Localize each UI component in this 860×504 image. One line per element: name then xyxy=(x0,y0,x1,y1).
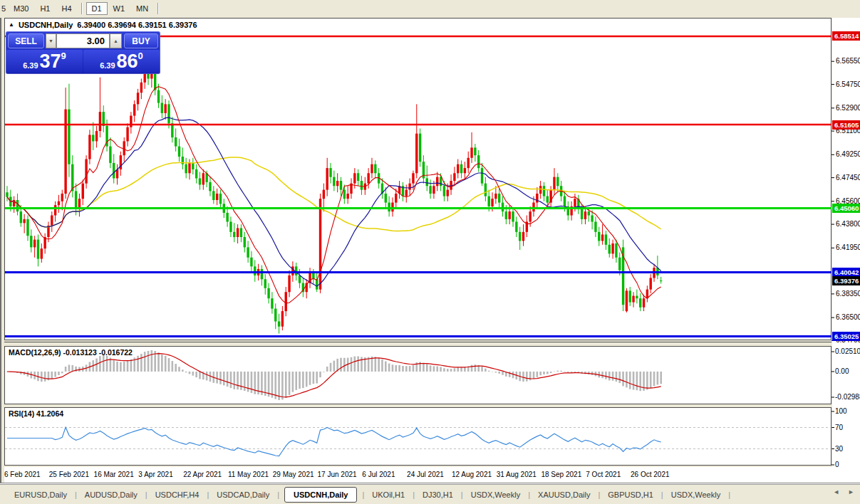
date-axis-label: 7 Oct 2021 xyxy=(586,471,621,478)
trading-terminal: 5M30H1H4D1W1MN ▲ USDCNH,Daily 6.39400 6.… xyxy=(0,0,860,504)
toolbar-timeframe-w1[interactable]: W1 xyxy=(108,2,131,15)
price-tick-label: 6.54750 xyxy=(836,80,860,89)
tab-eurusd-daily[interactable]: EURUSD,Daily xyxy=(11,488,70,502)
tab-separator: | xyxy=(661,490,663,499)
sell-price-quote[interactable]: 6.39 37 9 xyxy=(6,50,83,73)
macd-axis-label: 0.00 xyxy=(835,367,860,376)
tab-scroll-left-icon[interactable]: ◄ xyxy=(833,488,839,495)
date-axis-label: 3 Apr 2021 xyxy=(138,471,172,478)
rsi-name: RSI(14) xyxy=(9,409,34,418)
macd-series xyxy=(6,350,662,400)
horizontal-level-lines[interactable] xyxy=(5,36,831,337)
price-tick-label: 6.56550 xyxy=(836,57,860,65)
current-price-badge: 6.39376 xyxy=(832,276,860,285)
tab-usdcad-daily[interactable]: USDCAD,Daily xyxy=(214,488,272,502)
price-tick-label: 6.36500 xyxy=(836,313,860,322)
rsi-value: 41.2064 xyxy=(36,409,63,418)
price-tick-label: 6.38350 xyxy=(836,290,860,298)
price-level-badge: 6.58514 xyxy=(832,31,860,41)
tab-separator: | xyxy=(528,490,530,499)
window-left-border xyxy=(0,18,1,483)
date-axis-label: 26 Oct 2021 xyxy=(631,471,669,478)
volume-increase-button[interactable]: ▲ xyxy=(110,33,122,48)
collapse-chart-icon[interactable]: ▲ xyxy=(9,22,14,28)
rsi-axis-label: 0 xyxy=(835,461,860,469)
buy-price-prefix: 6.39 xyxy=(100,61,115,70)
tab-usdcnh-daily[interactable]: USDCNH,Daily xyxy=(284,487,357,503)
price-level-badge: 6.45060 xyxy=(832,204,860,213)
tab-separator: | xyxy=(277,490,279,499)
tab-scroll-right-icon[interactable]: ► xyxy=(848,488,854,495)
chart-title: ▲ USDCNH,Daily 6.39400 6.39694 6.39151 6… xyxy=(9,21,197,29)
tab-separator: | xyxy=(413,490,415,499)
sell-price-pip: 9 xyxy=(61,51,66,61)
volume-input[interactable] xyxy=(56,33,110,48)
tab-usdx-weekly-2[interactable]: USDX,Weekly xyxy=(668,488,723,502)
tab-separator: | xyxy=(207,490,209,499)
date-axis-label: 6 Jul 2021 xyxy=(362,471,395,478)
volume-decrease-button[interactable]: ▼ xyxy=(46,33,56,48)
tab-gbpusd-h1[interactable]: GBPUSD,H1 xyxy=(605,488,656,502)
macd-name: MACD(12,26,9) xyxy=(9,348,61,357)
tab-separator: | xyxy=(75,490,77,499)
date-axis-label: 17 Jun 2021 xyxy=(318,471,357,478)
macd-title: MACD(12,26,9) -0.013123 -0.016722 xyxy=(9,348,133,357)
sell-button[interactable]: SELL xyxy=(8,33,44,48)
macd-axis-label: -0.029880 xyxy=(835,393,860,401)
toolbar-timeframe-h4[interactable]: H4 xyxy=(56,2,77,15)
toolbar-timeframe-5[interactable]: 5 xyxy=(0,2,8,15)
tab-separator: | xyxy=(145,490,147,499)
rsi-axis-label: 30 xyxy=(835,445,860,453)
macd-axis-label: 0.025108 xyxy=(835,347,860,356)
toolbar-timeframe-d1[interactable]: D1 xyxy=(86,2,108,15)
price-tick-label: 6.43800 xyxy=(836,220,860,229)
toolbar-separator xyxy=(81,3,83,14)
chart-ohlc-values: 6.39400 6.39694 6.39151 6.39376 xyxy=(77,21,197,29)
tab-scroll-controls: ◄ ► xyxy=(833,488,854,495)
tab-usdx-weekly[interactable]: USDX,Weekly xyxy=(468,488,523,502)
tab-xauusd-daily[interactable]: XAUUSD,Daily xyxy=(535,488,593,502)
price-chart-canvas[interactable] xyxy=(4,18,860,483)
buy-button[interactable]: BUY xyxy=(124,33,158,48)
date-axis-label: 22 Apr 2021 xyxy=(183,471,222,478)
candlestick-series xyxy=(6,61,662,333)
tab-separator: | xyxy=(598,490,600,499)
date-axis-label: 16 Mar 2021 xyxy=(94,471,134,478)
tab-separator: | xyxy=(461,490,463,499)
toolbar-timeframe-mn[interactable]: MN xyxy=(130,2,154,15)
price-level-badge: 6.35025 xyxy=(832,332,860,341)
sell-price-main: 37 xyxy=(40,53,61,71)
sell-price-prefix: 6.39 xyxy=(23,61,38,70)
price-tick-label: 6.41950 xyxy=(836,243,860,252)
date-axis-label: 18 Sep 2021 xyxy=(541,471,581,478)
macd-values: -0.013123 -0.016722 xyxy=(63,348,133,357)
toolbar-timeframe-h1[interactable]: H1 xyxy=(34,2,56,15)
tab-ukoil-h1[interactable]: UKOil,H1 xyxy=(369,488,408,502)
price-tick-label: 6.49250 xyxy=(836,150,860,159)
date-axis-label: 31 Aug 2021 xyxy=(497,471,537,478)
chevron-down-icon: ▼ xyxy=(48,38,53,43)
price-level-badge: 6.51605 xyxy=(832,120,860,130)
symbol-tab-bar: EURUSD,Daily|AUDUSD,Daily|USDCHF,H4|USDC… xyxy=(0,484,860,504)
date-axis-label: 12 Aug 2021 xyxy=(452,471,492,478)
toolbar-timeframe-m30[interactable]: M30 xyxy=(8,2,34,15)
tab-dj30-h1[interactable]: DJ30,H1 xyxy=(420,488,456,502)
date-axis-label: 24 Jul 2021 xyxy=(407,471,444,478)
price-tick-label: 6.52900 xyxy=(836,104,860,112)
tab-audusd-daily[interactable]: AUDUSD,Daily xyxy=(82,488,140,502)
price-tick-label: 6.47450 xyxy=(836,174,860,182)
rsi-axis-label: 100 xyxy=(835,407,860,416)
tab-separator: | xyxy=(728,490,730,499)
date-axis-label: 6 Feb 2021 xyxy=(4,471,41,478)
buy-price-pip: 0 xyxy=(138,51,143,61)
chart-symbol-label: USDCNH,Daily xyxy=(19,21,73,29)
one-click-trading-panel: SELL ▼ ▲ BUY 6.39 37 9 6.39 86 0 xyxy=(6,31,160,74)
rsi-title: RSI(14) 41.2064 xyxy=(9,409,63,418)
timeframe-toolbar: 5M30H1H4D1W1MN xyxy=(0,0,860,17)
date-axis-label: 25 Feb 2021 xyxy=(49,471,89,478)
tab-usdchf-h4[interactable]: USDCHF,H4 xyxy=(152,488,202,502)
toolbar-separator xyxy=(157,3,159,14)
buy-price-quote[interactable]: 6.39 86 0 xyxy=(83,50,160,73)
chevron-up-icon: ▲ xyxy=(113,38,118,43)
tab-separator: | xyxy=(362,490,364,499)
